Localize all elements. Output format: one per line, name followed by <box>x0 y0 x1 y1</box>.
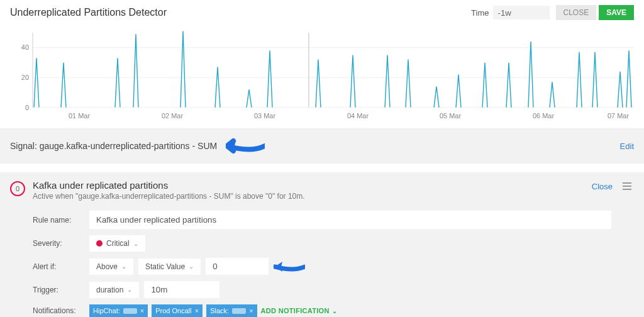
severity-dot-icon <box>96 240 103 247</box>
arrow-annotation-icon <box>274 260 305 274</box>
chart: 0204001 Mar02 Mar03 Mar04 Mar05 Mar06 Ma… <box>0 23 644 123</box>
severity-select[interactable]: Critical ⌄ <box>89 235 145 252</box>
rule-name-label: Rule name: <box>33 216 89 225</box>
signal-edit-link[interactable]: Edit <box>620 142 634 151</box>
alert-if-label: Alert if: <box>33 262 89 271</box>
add-notification-button[interactable]: ADD NOTIFICATION ⌄ <box>261 307 337 314</box>
signal-text: Signal: gauge.kafka-underreplicated-part… <box>10 141 217 151</box>
svg-text:01 Mar: 01 Mar <box>69 112 91 120</box>
chip-blur <box>232 308 246 314</box>
rule-close-link[interactable]: Close <box>592 182 613 191</box>
severity-value: Critical <box>106 239 130 248</box>
alert-direction-select[interactable]: Above ⌄ <box>89 259 133 275</box>
rule-panel: 0 Kafka under replicated partitions Acti… <box>0 172 644 317</box>
chevron-down-icon: ⌄ <box>133 240 138 247</box>
rule-subtitle: Active when "gauge.kafka-underreplicated… <box>33 192 592 201</box>
chip-remove-icon[interactable]: × <box>140 307 144 314</box>
alert-direction-value: Above <box>96 262 118 271</box>
notification-chip[interactable]: HipChat:× <box>89 304 148 317</box>
rule-count-badge: 0 <box>10 181 25 196</box>
svg-text:04 Mar: 04 Mar <box>347 112 369 120</box>
svg-text:0: 0 <box>25 104 29 111</box>
close-button[interactable]: CLOSE <box>556 5 597 20</box>
svg-text:05 Mar: 05 Mar <box>440 112 462 120</box>
trigger-mode-value: duration <box>96 286 123 294</box>
chevron-down-icon: ⌄ <box>189 263 194 270</box>
chip-label: HipChat: <box>93 307 120 314</box>
chip-remove-icon[interactable]: × <box>249 307 253 314</box>
svg-text:07 Mar: 07 Mar <box>608 112 630 120</box>
chip-label: Slack: <box>210 307 229 314</box>
chevron-down-icon: ⌄ <box>121 263 126 270</box>
trigger-value-input[interactable] <box>144 281 219 298</box>
alert-threshold-input[interactable] <box>206 258 269 275</box>
chip-label: Prod Oncall <box>155 307 191 314</box>
signal-bar: Signal: gauge.kafka-underreplicated-part… <box>0 128 644 164</box>
page-title: Underreplicated Partitions Detector <box>10 7 471 18</box>
alert-compare-value: Static Value <box>145 262 185 271</box>
svg-text:03 Mar: 03 Mar <box>254 112 276 120</box>
notification-chip[interactable]: Prod Oncall× <box>152 304 203 317</box>
svg-text:02 Mar: 02 Mar <box>162 112 184 120</box>
chevron-down-icon: ⌄ <box>127 286 132 293</box>
svg-text:20: 20 <box>21 74 29 81</box>
chip-blur <box>123 308 137 314</box>
add-notification-label: ADD NOTIFICATION <box>261 307 330 314</box>
severity-label: Severity: <box>33 239 89 248</box>
trigger-label: Trigger: <box>33 286 89 294</box>
notification-chip[interactable]: Slack:× <box>206 304 257 317</box>
save-button[interactable]: SAVE <box>599 5 634 20</box>
time-input[interactable] <box>493 6 550 19</box>
rule-name-input[interactable] <box>89 211 611 229</box>
menu-icon[interactable] <box>620 180 634 192</box>
rule-title: Kafka under replicated partitions <box>33 180 592 191</box>
trigger-mode-select[interactable]: duration ⌄ <box>89 282 139 298</box>
time-label: Time <box>471 8 489 18</box>
svg-text:40: 40 <box>21 44 29 52</box>
svg-text:06 Mar: 06 Mar <box>533 112 555 120</box>
alert-compare-select[interactable]: Static Value ⌄ <box>138 259 201 275</box>
chevron-down-icon: ⌄ <box>332 308 337 314</box>
notifications-label: Notifications: <box>33 306 89 315</box>
arrow-annotation-icon <box>226 138 265 154</box>
chip-remove-icon[interactable]: × <box>195 307 199 314</box>
